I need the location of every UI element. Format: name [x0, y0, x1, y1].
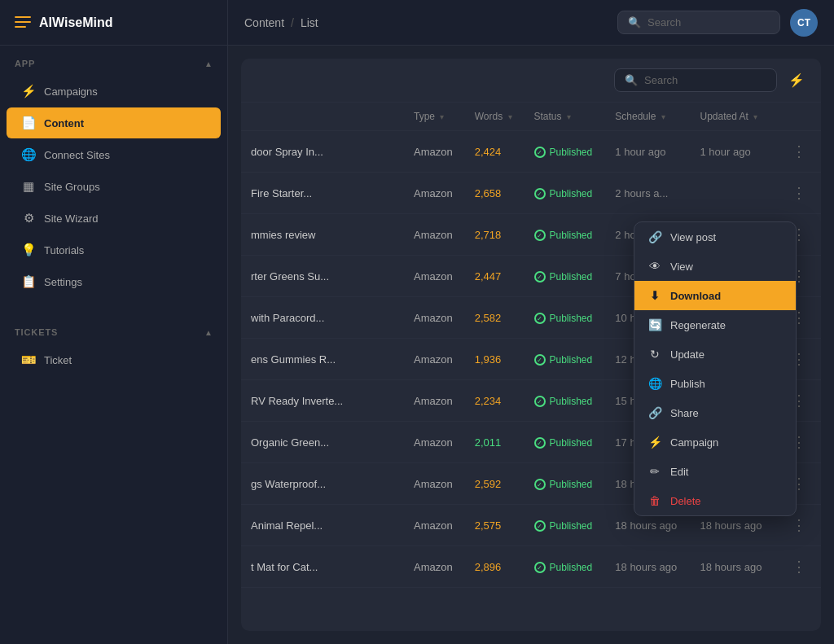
row-words: 2,658: [465, 173, 525, 214]
col-type[interactable]: Type ▾: [404, 103, 465, 131]
toolbar-search-input[interactable]: [644, 74, 758, 86]
context-menu-update[interactable]: ↻ Update: [634, 340, 796, 369]
row-more-button[interactable]: ⋮: [787, 141, 811, 162]
sidebar-item-label: Ticket: [44, 354, 72, 366]
context-menu-label: Delete: [670, 495, 701, 507]
row-schedule: 2 hours a...: [605, 173, 690, 214]
campaigns-icon: ⚡: [21, 84, 36, 99]
context-menu-label: Edit: [670, 466, 688, 478]
breadcrumb-separator: /: [291, 16, 294, 29]
breadcrumb-current: List: [301, 16, 318, 29]
app-title: AIWiseMind: [39, 15, 113, 30]
publish-icon: 🌐: [647, 377, 662, 390]
sidebar-item-label: Tutorials: [44, 244, 84, 256]
row-words: 2,447: [465, 256, 525, 297]
sidebar-item-label: Content: [44, 117, 84, 129]
row-status: Published: [525, 256, 606, 297]
context-menu-label: Campaign: [670, 436, 718, 449]
view-icon: 👁: [647, 260, 662, 273]
row-actions: ⋮: [775, 546, 821, 588]
context-menu-publish[interactable]: 🌐 Publish: [634, 369, 796, 398]
row-status: Published: [525, 339, 606, 380]
sidebar-item-tutorials[interactable]: 💡 Tutorials: [7, 234, 221, 265]
row-status: Published: [525, 214, 606, 256]
avatar[interactable]: CT: [790, 9, 818, 37]
context-menu-campaign[interactable]: ⚡ Campaign: [634, 427, 796, 457]
row-title: rter Greens Su...: [241, 256, 404, 297]
context-menu-delete[interactable]: 🗑 Delete: [634, 486, 796, 515]
context-menu-label: Update: [670, 348, 705, 361]
row-status: Published: [525, 380, 606, 422]
sidebar-item-connect-sites[interactable]: 🌐 Connect Sites: [7, 139, 221, 170]
row-more-button[interactable]: ⋮: [787, 182, 811, 204]
connect-sites-icon: 🌐: [21, 147, 36, 162]
sidebar-item-label: Campaigns: [44, 85, 98, 98]
main-area: Content / List 🔍 CT 🔍 ⚡: [228, 0, 834, 644]
top-header: Content / List 🔍 CT: [228, 0, 834, 46]
context-menu-label: View: [670, 261, 693, 273]
context-menu-share[interactable]: 🔗 Share: [634, 398, 796, 427]
row-words: 2,575: [465, 505, 525, 546]
sidebar-header: AIWiseMind: [0, 0, 227, 46]
tutorials-icon: 💡: [21, 243, 36, 257]
context-menu-regenerate[interactable]: 🔄 Regenerate: [634, 310, 796, 340]
row-words: 2,011: [465, 422, 525, 463]
sidebar-item-site-wizard[interactable]: ⚙ Site Wizard: [7, 203, 221, 234]
edit-icon: ✏: [647, 465, 662, 478]
col-words[interactable]: Words ▾: [465, 103, 525, 131]
chevron-up-icon-tickets: ▲: [204, 328, 213, 337]
row-words: 2,234: [465, 380, 525, 422]
col-updated[interactable]: Updated At ▾: [690, 103, 775, 131]
row-status: Published: [525, 131, 606, 173]
context-menu-download[interactable]: ⬇ Download: [634, 281, 796, 310]
sidebar-item-label: Settings: [44, 276, 82, 288]
breadcrumb: Content / List: [244, 16, 318, 29]
breadcrumb-root: Content: [244, 16, 284, 29]
context-menu-edit[interactable]: ✏ Edit: [634, 457, 796, 486]
context-menu-label: Download: [670, 290, 721, 302]
context-menu-view-post[interactable]: 🔗 View post: [634, 222, 796, 252]
toolbar-search-bar[interactable]: 🔍: [614, 68, 777, 92]
row-schedule: 18 hours ago: [605, 546, 690, 588]
row-status: Published: [525, 297, 606, 339]
context-menu-label: View post: [670, 231, 716, 243]
row-title: gs Waterproof...: [241, 463, 404, 505]
delete-icon: 🗑: [647, 494, 662, 507]
row-type: Amazon: [404, 297, 465, 339]
filter-button[interactable]: ⚡: [785, 69, 808, 91]
row-type: Amazon: [404, 463, 465, 505]
row-more-button[interactable]: ⋮: [787, 556, 811, 577]
hamburger-icon[interactable]: [15, 16, 31, 29]
sidebar: AIWiseMind APP ▲ ⚡ Campaigns 📄 Content 🌐…: [0, 0, 228, 644]
context-menu-label: Regenerate: [670, 319, 726, 331]
row-actions: ⋮: [775, 131, 821, 173]
col-status[interactable]: Status ▾: [525, 103, 606, 131]
sidebar-item-campaigns[interactable]: ⚡ Campaigns: [7, 76, 221, 107]
tickets-section-header: TICKETS ▲: [0, 314, 227, 344]
view-post-icon: 🔗: [647, 230, 662, 243]
row-more-button[interactable]: ⋮: [787, 515, 811, 536]
row-title: with Paracord...: [241, 297, 404, 339]
table-row: door Spray In... Amazon 2,424 Published …: [241, 131, 821, 173]
row-status: Published: [525, 422, 606, 463]
context-menu-view[interactable]: 👁 View: [634, 252, 796, 281]
tickets-nav: 🎫 Ticket: [0, 344, 227, 376]
col-actions: [775, 103, 821, 131]
header-search-input[interactable]: [647, 16, 762, 28]
sidebar-item-ticket[interactable]: 🎫 Ticket: [7, 344, 221, 375]
share-icon: 🔗: [647, 406, 662, 419]
sidebar-item-site-groups[interactable]: ▦ Site Groups: [7, 171, 221, 202]
row-title: RV Ready Inverte...: [241, 380, 404, 422]
site-wizard-icon: ⚙: [21, 211, 36, 226]
row-type: Amazon: [404, 505, 465, 546]
content-area: 🔍 ⚡ Type ▾ Words ▾ Status ▾ Schedule ▾: [228, 46, 834, 644]
col-schedule[interactable]: Schedule ▾: [605, 103, 690, 131]
sidebar-item-label: Connect Sites: [44, 149, 110, 161]
sidebar-item-content[interactable]: 📄 Content: [7, 107, 221, 138]
content-table-card: 🔍 ⚡ Type ▾ Words ▾ Status ▾ Schedule ▾: [241, 59, 821, 631]
row-status: Published: [525, 463, 606, 505]
header-search-bar[interactable]: 🔍: [617, 11, 780, 34]
campaign-icon: ⚡: [647, 436, 662, 449]
site-groups-icon: ▦: [21, 179, 36, 194]
sidebar-item-settings[interactable]: 📋 Settings: [7, 266, 221, 297]
